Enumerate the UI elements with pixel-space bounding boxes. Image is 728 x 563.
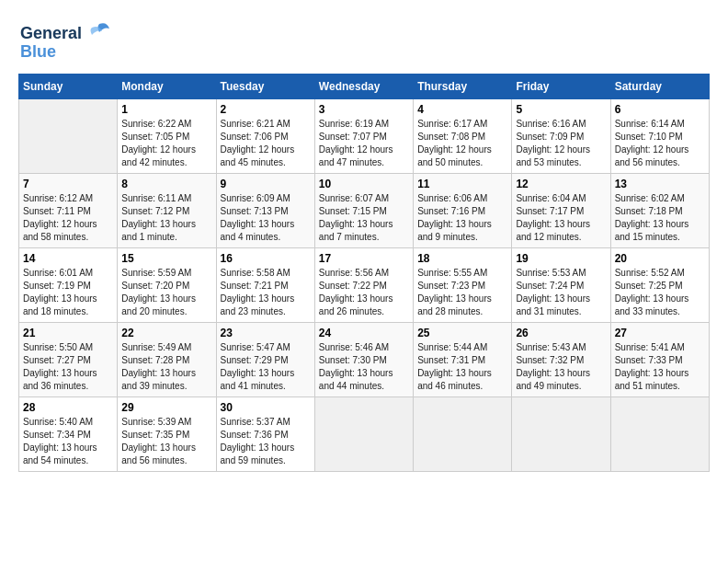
day-info: Sunrise: 5:47 AMSunset: 7:29 PMDaylight:…	[221, 342, 295, 391]
calendar-week-2: 7Sunrise: 6:12 AMSunset: 7:11 PMDaylight…	[19, 174, 710, 248]
day-info: Sunrise: 6:22 AMSunset: 7:05 PMDaylight:…	[121, 119, 196, 167]
calendar-cell: 21Sunrise: 5:50 AMSunset: 7:27 PMDayligh…	[19, 323, 118, 397]
day-info: Sunrise: 6:01 AMSunset: 7:19 PMDaylight:…	[23, 268, 97, 316]
day-number: 2	[221, 103, 311, 116]
calendar-cell: 23Sunrise: 5:47 AMSunset: 7:29 PMDayligh…	[216, 323, 314, 397]
day-number: 19	[516, 252, 606, 265]
day-number: 14	[23, 252, 113, 265]
calendar-table: SundayMondayTuesdayWednesdayThursdayFrid…	[18, 74, 710, 472]
calendar-cell: 3Sunrise: 6:19 AMSunset: 7:07 PMDaylight…	[314, 99, 413, 174]
day-info: Sunrise: 6:09 AMSunset: 7:13 PMDaylight:…	[221, 193, 295, 242]
day-number: 9	[221, 178, 311, 190]
calendar-week-1: 1Sunrise: 6:22 AMSunset: 7:05 PMDaylight…	[19, 99, 710, 174]
calendar-cell: 1Sunrise: 6:22 AMSunset: 7:05 PMDaylight…	[118, 99, 216, 174]
day-info: Sunrise: 6:07 AMSunset: 7:15 PMDaylight:…	[319, 193, 393, 242]
calendar-cell: 30Sunrise: 5:37 AMSunset: 7:36 PMDayligh…	[216, 397, 314, 472]
calendar-cell: 16Sunrise: 5:58 AMSunset: 7:21 PMDayligh…	[216, 248, 314, 323]
day-number: 15	[121, 252, 211, 265]
day-number: 16	[221, 252, 311, 265]
logo-svg: General Blue	[18, 18, 110, 64]
header-day-tuesday: Tuesday	[216, 75, 314, 99]
day-number: 5	[516, 103, 606, 116]
day-number: 4	[417, 103, 507, 116]
calendar-cell: 4Sunrise: 6:17 AMSunset: 7:08 PMDaylight…	[414, 99, 512, 174]
day-info: Sunrise: 5:40 AMSunset: 7:34 PMDaylight:…	[23, 417, 97, 465]
day-number: 10	[319, 178, 409, 190]
header-day-sunday: Sunday	[19, 75, 118, 99]
day-info: Sunrise: 5:52 AMSunset: 7:25 PMDaylight:…	[615, 268, 689, 316]
day-info: Sunrise: 5:56 AMSunset: 7:22 PMDaylight:…	[319, 268, 393, 316]
calendar-cell: 15Sunrise: 5:59 AMSunset: 7:20 PMDayligh…	[118, 248, 216, 323]
calendar-cell: 12Sunrise: 6:04 AMSunset: 7:17 PMDayligh…	[512, 174, 610, 248]
day-number: 20	[615, 252, 705, 265]
day-info: Sunrise: 6:14 AMSunset: 7:10 PMDaylight:…	[615, 119, 689, 167]
calendar-cell	[314, 397, 413, 472]
day-info: Sunrise: 5:58 AMSunset: 7:21 PMDaylight:…	[221, 268, 295, 316]
calendar-cell: 27Sunrise: 5:41 AMSunset: 7:33 PMDayligh…	[610, 323, 709, 397]
svg-text:General: General	[20, 24, 82, 42]
day-info: Sunrise: 6:06 AMSunset: 7:16 PMDaylight:…	[417, 193, 492, 242]
day-info: Sunrise: 6:02 AMSunset: 7:18 PMDaylight:…	[615, 193, 689, 242]
day-number: 21	[23, 327, 113, 339]
calendar-cell: 20Sunrise: 5:52 AMSunset: 7:25 PMDayligh…	[610, 248, 709, 323]
calendar-cell	[414, 397, 512, 472]
calendar-cell	[610, 397, 709, 472]
day-number: 18	[417, 252, 507, 265]
calendar-cell: 19Sunrise: 5:53 AMSunset: 7:24 PMDayligh…	[512, 248, 610, 323]
header-day-wednesday: Wednesday	[314, 75, 413, 99]
day-number: 3	[319, 103, 409, 116]
calendar-cell: 7Sunrise: 6:12 AMSunset: 7:11 PMDaylight…	[19, 174, 118, 248]
calendar-cell: 8Sunrise: 6:11 AMSunset: 7:12 PMDaylight…	[118, 174, 216, 248]
svg-text:Blue: Blue	[20, 42, 56, 61]
calendar-cell: 26Sunrise: 5:43 AMSunset: 7:32 PMDayligh…	[512, 323, 610, 397]
day-number: 28	[23, 401, 113, 414]
day-number: 22	[121, 327, 211, 339]
logo: General Blue	[18, 18, 110, 64]
calendar-cell: 28Sunrise: 5:40 AMSunset: 7:34 PMDayligh…	[19, 397, 118, 472]
day-number: 13	[615, 178, 705, 190]
day-info: Sunrise: 6:16 AMSunset: 7:09 PMDaylight:…	[516, 119, 590, 167]
day-number: 29	[121, 401, 211, 414]
day-info: Sunrise: 5:43 AMSunset: 7:32 PMDaylight:…	[516, 342, 590, 391]
day-number: 8	[121, 178, 211, 190]
day-info: Sunrise: 5:37 AMSunset: 7:36 PMDaylight:…	[221, 417, 295, 465]
calendar-header-row: SundayMondayTuesdayWednesdayThursdayFrid…	[19, 75, 710, 99]
calendar-cell: 24Sunrise: 5:46 AMSunset: 7:30 PMDayligh…	[314, 323, 413, 397]
calendar-week-4: 21Sunrise: 5:50 AMSunset: 7:27 PMDayligh…	[19, 323, 710, 397]
day-number: 1	[121, 103, 211, 116]
calendar-body: 1Sunrise: 6:22 AMSunset: 7:05 PMDaylight…	[19, 99, 710, 472]
day-info: Sunrise: 5:53 AMSunset: 7:24 PMDaylight:…	[516, 268, 590, 316]
calendar-week-3: 14Sunrise: 6:01 AMSunset: 7:19 PMDayligh…	[19, 248, 710, 323]
calendar-week-5: 28Sunrise: 5:40 AMSunset: 7:34 PMDayligh…	[19, 397, 710, 472]
day-info: Sunrise: 6:21 AMSunset: 7:06 PMDaylight:…	[221, 119, 295, 167]
day-info: Sunrise: 5:55 AMSunset: 7:23 PMDaylight:…	[417, 268, 492, 316]
day-number: 17	[319, 252, 409, 265]
day-info: Sunrise: 6:17 AMSunset: 7:08 PMDaylight:…	[417, 119, 492, 167]
calendar-cell: 11Sunrise: 6:06 AMSunset: 7:16 PMDayligh…	[414, 174, 512, 248]
day-info: Sunrise: 6:11 AMSunset: 7:12 PMDaylight:…	[121, 193, 196, 242]
page-header: General Blue	[18, 18, 710, 64]
day-number: 26	[516, 327, 606, 339]
day-number: 25	[417, 327, 507, 339]
calendar-cell: 17Sunrise: 5:56 AMSunset: 7:22 PMDayligh…	[314, 248, 413, 323]
day-info: Sunrise: 6:19 AMSunset: 7:07 PMDaylight:…	[319, 119, 393, 167]
day-info: Sunrise: 5:46 AMSunset: 7:30 PMDaylight:…	[319, 342, 393, 391]
calendar-cell: 10Sunrise: 6:07 AMSunset: 7:15 PMDayligh…	[314, 174, 413, 248]
day-info: Sunrise: 5:41 AMSunset: 7:33 PMDaylight:…	[615, 342, 689, 391]
calendar-cell: 18Sunrise: 5:55 AMSunset: 7:23 PMDayligh…	[414, 248, 512, 323]
calendar-cell: 14Sunrise: 6:01 AMSunset: 7:19 PMDayligh…	[19, 248, 118, 323]
calendar-cell: 25Sunrise: 5:44 AMSunset: 7:31 PMDayligh…	[414, 323, 512, 397]
calendar-cell: 2Sunrise: 6:21 AMSunset: 7:06 PMDaylight…	[216, 99, 314, 174]
day-info: Sunrise: 5:59 AMSunset: 7:20 PMDaylight:…	[121, 268, 196, 316]
header-day-monday: Monday	[118, 75, 216, 99]
day-info: Sunrise: 5:50 AMSunset: 7:27 PMDaylight:…	[23, 342, 97, 391]
calendar-cell	[19, 99, 118, 174]
day-info: Sunrise: 5:49 AMSunset: 7:28 PMDaylight:…	[121, 342, 196, 391]
day-number: 7	[23, 178, 113, 190]
calendar-cell: 22Sunrise: 5:49 AMSunset: 7:28 PMDayligh…	[118, 323, 216, 397]
header-day-saturday: Saturday	[610, 75, 709, 99]
day-number: 6	[615, 103, 705, 116]
calendar-cell: 13Sunrise: 6:02 AMSunset: 7:18 PMDayligh…	[610, 174, 709, 248]
day-number: 23	[221, 327, 311, 339]
day-info: Sunrise: 5:39 AMSunset: 7:35 PMDaylight:…	[121, 417, 196, 465]
